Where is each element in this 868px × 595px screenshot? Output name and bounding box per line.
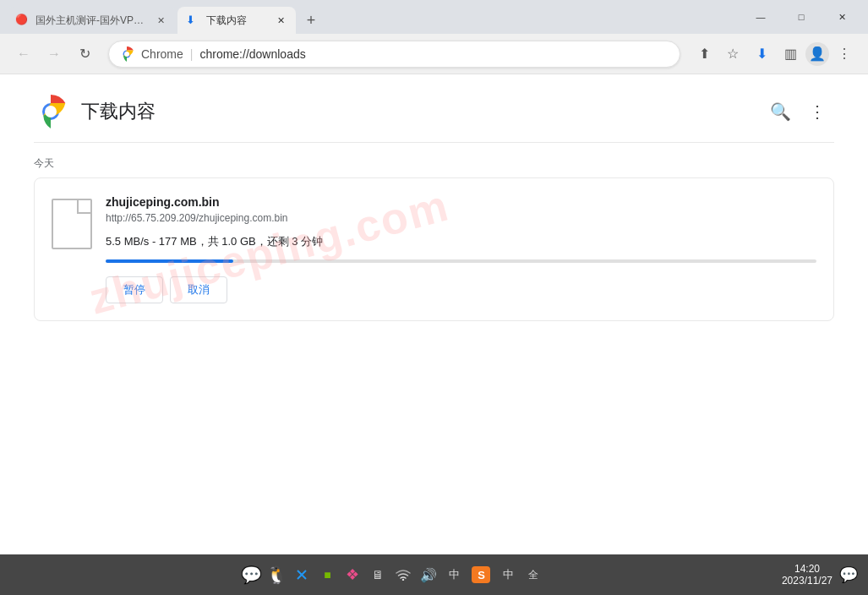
chrome-menu-button[interactable]: ⋮	[831, 41, 858, 68]
tab1-title: 国外主机测评-国外VPS，	[35, 14, 147, 28]
notification-button[interactable]: 💬	[839, 565, 858, 584]
nvidia-icon[interactable]: ■	[317, 565, 337, 585]
tab-inactive[interactable]: 🔴 国外主机测评-国外VPS， ✕	[7, 7, 176, 34]
file-icon	[52, 199, 92, 249]
close-button[interactable]: ✕	[822, 5, 861, 29]
new-tab-button[interactable]: +	[299, 8, 323, 32]
fluent-icon[interactable]: ❖	[342, 565, 363, 585]
system-clock[interactable]: 14:20 2023/11/27	[782, 563, 833, 587]
tab2-favicon: ⬇	[186, 14, 199, 27]
page-title: 下载内容	[81, 99, 763, 124]
download-card: zhujiceping.com.bin http://65.75.209.209…	[34, 177, 834, 321]
taskbar: 💬 🐧 ■ ❖ 🖥 🔊 中 S	[0, 554, 868, 595]
svg-point-3	[45, 106, 57, 117]
ime-mode-icon[interactable]: 中	[498, 565, 518, 585]
tab2-title: 下载内容	[206, 14, 267, 28]
chrome-logo-icon	[119, 46, 134, 62]
download-url: http://65.75.209.209/zhujiceping.com.bin	[106, 212, 816, 224]
svg-point-4	[402, 579, 404, 581]
wechat-icon[interactable]: 💬	[241, 565, 261, 585]
page-header: 下载内容 🔍 ⋮	[34, 74, 834, 143]
address-separator: |	[190, 47, 194, 61]
network-icon[interactable]: 🖥	[368, 565, 388, 585]
wifi-icon[interactable]	[393, 565, 413, 585]
taskbar-system-tray: 💬 🐧 ■ ❖ 🖥 🔊 中 S	[10, 565, 775, 585]
file-icon-area	[52, 195, 92, 303]
sogou-badge: S	[472, 566, 490, 583]
address-bar[interactable]: Chrome | chrome://downloads	[108, 41, 680, 68]
bluetooth-svg	[294, 567, 309, 582]
tab-downloads[interactable]: ⬇ 下载内容 ✕	[177, 7, 296, 34]
cancel-button[interactable]: 取消	[170, 276, 227, 303]
url-display: chrome://downloads	[199, 47, 305, 61]
title-bar: 🔴 国外主机测评-国外VPS， ✕ ⬇ 下载内容 ✕ + — □ ✕	[0, 0, 868, 34]
sidebar-button[interactable]: ▥	[777, 41, 804, 68]
ime-full-icon[interactable]: 全	[523, 565, 543, 585]
download-info: zhujiceping.com.bin http://65.75.209.209…	[106, 195, 816, 303]
maximize-button[interactable]: □	[782, 5, 821, 29]
toolbar-action-icons: ⬆ ☆ ⬇ ▥ 👤 ⋮	[691, 41, 858, 68]
minimize-button[interactable]: —	[741, 5, 780, 29]
profile-button[interactable]: 👤	[805, 42, 829, 66]
clock-time: 14:20	[782, 563, 833, 575]
brand-label: Chrome	[141, 47, 183, 61]
tab1-favicon: 🔴	[15, 14, 29, 27]
progress-bar-fill	[106, 259, 233, 263]
window-controls: — □ ✕	[741, 5, 861, 29]
toolbar: ← → ↻ Chrome | chrome://downloads ⬆ ☆ ⬇ …	[0, 34, 868, 74]
page-menu-button[interactable]: ⋮	[800, 95, 834, 128]
volume-icon[interactable]: 🔊	[418, 565, 439, 585]
forward-button[interactable]: →	[41, 41, 68, 68]
wifi-svg	[396, 569, 411, 581]
clock-date: 2023/11/27	[782, 575, 833, 587]
page-chrome-logo-icon	[34, 95, 68, 128]
page-content: zhujiceping.com 下载内容 🔍 ⋮ 今天 zhujiceping.…	[0, 74, 868, 554]
download-hub-button[interactable]: ⬇	[748, 41, 775, 68]
bookmark-button[interactable]: ☆	[719, 41, 746, 68]
progress-bar-container	[106, 259, 816, 263]
sogou-icon[interactable]: S	[469, 565, 493, 585]
page-search-button[interactable]: 🔍	[763, 95, 797, 128]
tab2-close[interactable]: ✕	[274, 14, 287, 27]
svg-point-1	[124, 52, 129, 57]
back-button[interactable]: ←	[10, 41, 37, 68]
profile-avatar-icon: 👤	[809, 46, 826, 62]
page-header-actions: 🔍 ⋮	[763, 95, 834, 128]
pause-button[interactable]: 暂停	[106, 276, 163, 303]
ime-zh-icon[interactable]: 中	[444, 565, 464, 585]
reload-button[interactable]: ↻	[71, 41, 98, 68]
bluetooth-icon[interactable]	[292, 565, 312, 585]
share-button[interactable]: ⬆	[691, 41, 718, 68]
section-today-label: 今天	[34, 143, 834, 177]
qq-icon[interactable]: 🐧	[266, 565, 287, 585]
tab1-close[interactable]: ✕	[154, 14, 167, 27]
download-filename: zhujiceping.com.bin	[106, 195, 816, 209]
download-actions: 暂停 取消	[106, 276, 816, 303]
download-status: 5.5 MB/s - 177 MB，共 1.0 GB，还剩 3 分钟	[106, 234, 816, 249]
